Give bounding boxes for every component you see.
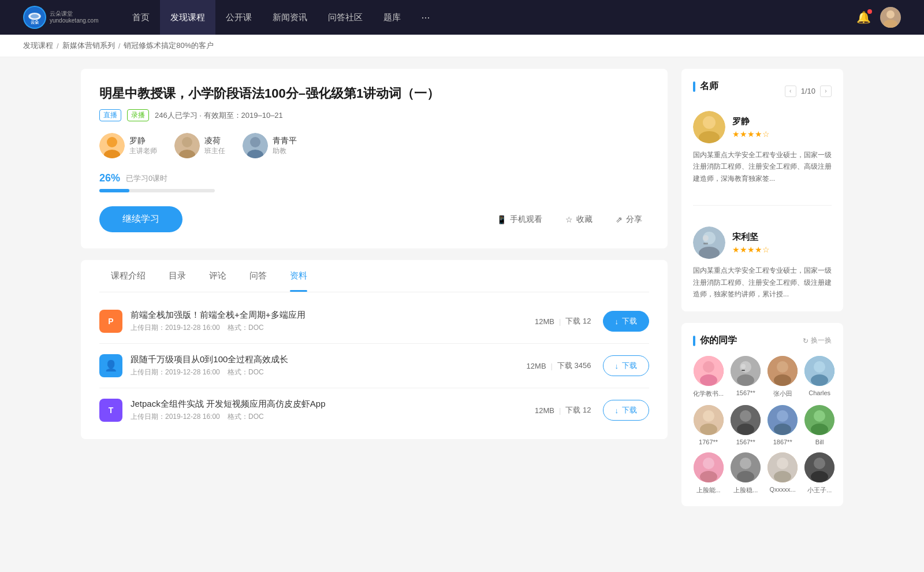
mobile-watch-button[interactable]: 📱 手机观看 [490, 210, 549, 229]
teacher-sb-svg-1 [693, 226, 725, 259]
classmate-item-6: 1867** [767, 405, 798, 445]
svg-point-17 [703, 116, 716, 129]
classmate-name-1: 1567** [736, 389, 755, 396]
classmates-refresh-button[interactable]: ↻ 换一换 [803, 336, 832, 346]
svg-point-43 [737, 424, 754, 435]
nav-item-open[interactable]: 公开课 [215, 0, 262, 35]
tab-intro[interactable]: 课程介绍 [99, 260, 157, 292]
nav-item-qa[interactable]: 问答社区 [318, 0, 373, 35]
file-name-0: 前端全栈加强版！前端全栈+全周期+多端应用 [131, 310, 535, 321]
breadcrumb-item-2[interactable]: 新媒体营销系列 [62, 40, 115, 51]
teacher-stars-0: ★★★★☆ [732, 129, 770, 139]
teacher-sb-info-0: 罗静 ★★★★☆ [732, 116, 770, 139]
right-sidebar: 名师 ‹ 1/10 › [681, 69, 843, 518]
svg-point-58 [774, 471, 791, 482]
badge-recorded: 录播 [127, 109, 149, 121]
classmate-avatar-11 [804, 452, 834, 482]
teachers-next-button[interactable]: › [820, 86, 832, 97]
breadcrumb: 发现课程 / 新媒体营销系列 / 销冠修炼术搞定80%的客户 [0, 35, 924, 57]
teacher-info-2: 青青平 助教 [273, 136, 297, 156]
file-format-1: 格式：DOC [228, 368, 264, 376]
nav-item-home[interactable]: 首页 [122, 0, 160, 35]
svg-point-49 [811, 424, 828, 435]
teacher-avatar-2 [243, 133, 268, 158]
download-icon-2: ↓ [615, 406, 619, 415]
svg-point-11 [182, 137, 192, 147]
svg-point-45 [777, 410, 788, 422]
logo-text: 云朵课堂 yundouketang.com [50, 10, 99, 24]
file-format-2: 格式：DOC [228, 413, 264, 421]
teachers-sidebar-card: 名师 ‹ 1/10 › [681, 69, 843, 311]
teacher-top-1: 宋利坚 ★★★★☆ [693, 226, 832, 259]
course-meta-text: 246人已学习 · 有效期至：2019–10–21 [155, 110, 283, 121]
classmate-avatar-5 [731, 405, 761, 435]
svg-point-25 [703, 361, 714, 373]
refresh-icon: ↻ [803, 337, 808, 345]
teacher-divider [693, 205, 832, 206]
file-size-1: 12MB [527, 362, 546, 370]
classmate-name-6: 1867** [773, 439, 792, 445]
tab-contents[interactable]: 目录 [157, 260, 198, 292]
download-label-1: 下载 [622, 361, 637, 371]
course-meta: 直播 录播 246人已学习 · 有效期至：2019–10–21 [99, 109, 649, 121]
download-button-0[interactable]: ↓ 下载 [603, 311, 650, 332]
teachers-sidebar-title: 名师 [693, 80, 718, 92]
nav-item-news[interactable]: 新闻资讯 [262, 0, 318, 35]
classmates-title: 你的同学 [693, 335, 737, 347]
logo[interactable]: 云朵 云朵课堂 yundouketang.com [23, 6, 99, 29]
classmates-card: 你的同学 ↻ 换一换 化学教书... 1 [681, 323, 843, 506]
nav-item-quiz[interactable]: 题库 [373, 0, 411, 35]
svg-point-39 [703, 410, 714, 422]
classmate-name-10: Qxxxxx... [770, 486, 796, 493]
breadcrumb-item-3: 销冠修炼术搞定80%的客户 [124, 40, 214, 51]
teachers-sidebar-list: 罗静 ★★★★☆ 国内某重点大学安全工程专业硕士，国家一级注册消防工程师、注册安… [693, 111, 832, 300]
classmate-name-5: 1567** [736, 439, 755, 445]
collect-button[interactable]: ☆ 收藏 [558, 210, 599, 229]
teacher-sb-name-1: 宋利坚 [732, 232, 770, 243]
classmate-avatar-3 [804, 356, 834, 386]
teacher-top-0: 罗静 ★★★★☆ [693, 111, 832, 143]
file-downloads-1: 下载 3456 [557, 361, 591, 371]
tab-qa[interactable]: 问答 [238, 260, 278, 292]
teachers-sidebar-header: 名师 ‹ 1/10 › [693, 80, 832, 102]
classmate-item-3: Charles [804, 356, 834, 398]
classmate-name-2: 张小田 [773, 389, 792, 398]
svg-point-55 [737, 471, 754, 482]
file-info-2: Jetpack全组件实战 开发短视频应用高仿皮皮虾App 上传日期：2019-1… [131, 399, 535, 422]
classmate-item-2: 张小田 [767, 356, 798, 398]
svg-point-26 [700, 374, 717, 386]
nav-item-more[interactable]: ··· [411, 0, 441, 35]
bell-icon[interactable]: 🔔 [856, 10, 871, 24]
tab-reviews[interactable]: 评论 [198, 260, 238, 292]
tab-materials[interactable]: 资料 [278, 260, 319, 292]
svg-point-40 [700, 424, 717, 435]
refresh-label: 换一换 [811, 336, 832, 346]
classmate-item-5: 1567** [731, 405, 761, 445]
classmate-avatar-1 [731, 356, 761, 386]
progress-bar-bg [99, 189, 215, 192]
download-button-1[interactable]: ↓ 下载 [603, 355, 650, 376]
download-icon-1: ↓ [615, 362, 619, 370]
nav-item-discover[interactable]: 发现课程 [160, 0, 215, 35]
continue-study-button[interactable]: 继续学习 [99, 206, 182, 232]
teacher-role-2: 助教 [273, 146, 297, 156]
svg-point-18 [699, 131, 720, 143]
notification-dot [867, 9, 872, 14]
file-name-2: Jetpack全组件实战 开发短视频应用高仿皮皮虾App [131, 399, 535, 410]
teacher-sb-avatar-0 [693, 111, 725, 143]
collect-label: 收藏 [576, 214, 593, 225]
nav-items: 首页 发现课程 公开课 新闻资讯 问答社区 题库 ··· [122, 0, 856, 35]
svg-point-8 [107, 137, 117, 147]
download-button-2[interactable]: ↓ 下载 [603, 400, 650, 421]
file-icon-2: T [99, 399, 122, 422]
teachers-prev-button[interactable]: ‹ [785, 86, 796, 97]
teachers-sidebar-nav: ‹ 1/10 › [785, 86, 832, 97]
svg-point-61 [811, 471, 828, 482]
share-button[interactable]: ⇗ 分享 [609, 210, 649, 229]
breadcrumb-item-1[interactable]: 发现课程 [23, 40, 53, 51]
teacher-avatar-svg-2 [243, 133, 268, 158]
file-info-1: 跟随千万级项目从0到100全过程高效成长 上传日期：2019-12-28 16:… [131, 354, 527, 377]
share-icon: ⇗ [616, 215, 623, 224]
user-avatar-nav[interactable] [880, 7, 901, 28]
classmate-avatar-6 [767, 405, 798, 435]
